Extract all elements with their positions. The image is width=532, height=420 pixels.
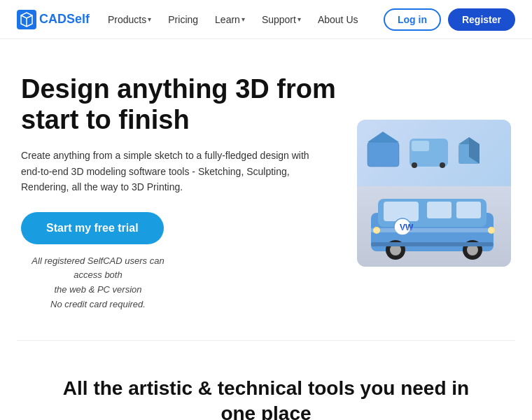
nav-actions: Log in Register <box>384 8 515 31</box>
svg-point-7 <box>440 162 445 168</box>
nav-item-products[interactable]: Products ▾ <box>101 10 158 29</box>
svg-rect-22 <box>371 242 493 246</box>
logo-icon <box>17 10 36 29</box>
chevron-down-icon: ▾ <box>148 15 151 23</box>
vw-bus-svg: VW <box>364 192 504 262</box>
chevron-down-icon: ▾ <box>298 15 301 23</box>
chevron-down-icon: ▾ <box>241 15 245 23</box>
svg-rect-16 <box>427 202 451 218</box>
product-image-container: VW <box>357 120 511 267</box>
nav-item-support[interactable]: Support ▾ <box>255 10 308 29</box>
lower-section: All the artistic & technical tools you n… <box>0 341 532 420</box>
hero-note: All registered SelfCAD users can access … <box>21 254 175 312</box>
svg-rect-1 <box>368 142 399 167</box>
hero-left: Design anything 3D from start to finish … <box>21 74 336 312</box>
register-button[interactable]: Register <box>448 8 515 31</box>
hero-description: Create anything from a simple sketch to … <box>21 148 315 195</box>
lower-title: All the artistic & technical tools you n… <box>56 376 476 420</box>
svg-marker-2 <box>368 132 399 142</box>
3d-shapes-preview <box>357 120 511 186</box>
navbar: CADSelf Products ▾ Pricing Learn ▾ Suppo… <box>0 0 532 39</box>
svg-rect-5 <box>412 141 429 151</box>
shapes-svg <box>364 125 504 181</box>
svg-point-6 <box>412 162 417 168</box>
login-button[interactable]: Log in <box>384 8 441 31</box>
svg-rect-25 <box>371 228 493 232</box>
logo[interactable]: CADSelf <box>17 10 90 29</box>
hero-image: VW <box>357 120 511 267</box>
free-trial-button[interactable]: Start my free trial <box>21 212 164 244</box>
logo-text: CADSelf <box>39 12 90 27</box>
nav-item-pricing[interactable]: Pricing <box>161 10 205 29</box>
vw-bus-preview: VW <box>357 186 511 267</box>
nav-item-learn[interactable]: Learn ▾ <box>208 10 252 29</box>
hero-title: Design anything 3D from start to finish <box>21 74 336 135</box>
svg-rect-17 <box>456 202 481 218</box>
nav-links: Products ▾ Pricing Learn ▾ Support ▾ Abo… <box>101 10 378 29</box>
hero-section: Design anything 3D from start to finish … <box>0 39 532 340</box>
nav-item-about[interactable]: About Us <box>311 10 365 29</box>
